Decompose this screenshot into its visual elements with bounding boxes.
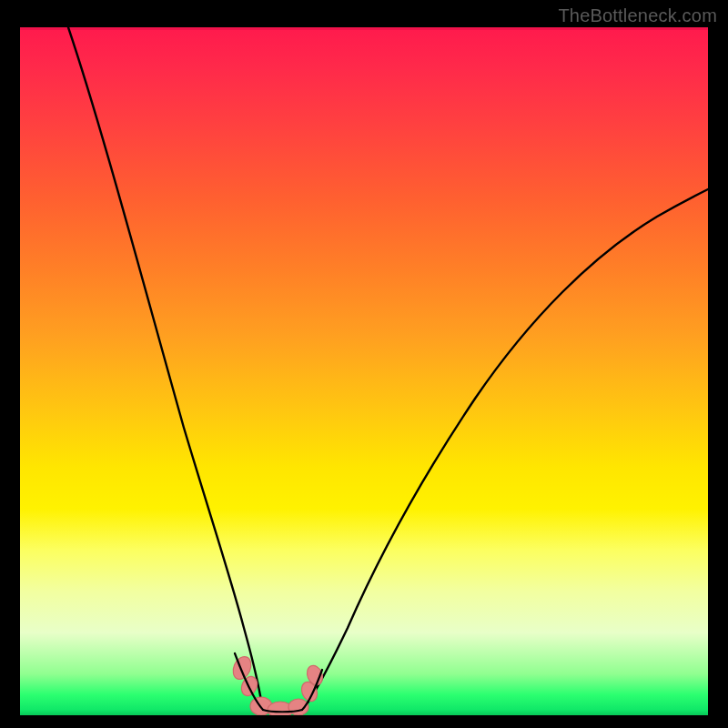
watermark-text: TheBottleneck.com bbox=[558, 5, 717, 26]
valley-marker bbox=[20, 27, 708, 715]
chart-frame: TheBottleneck.com bbox=[0, 0, 728, 728]
plot-area bbox=[20, 27, 708, 715]
plot-inner bbox=[20, 27, 708, 715]
